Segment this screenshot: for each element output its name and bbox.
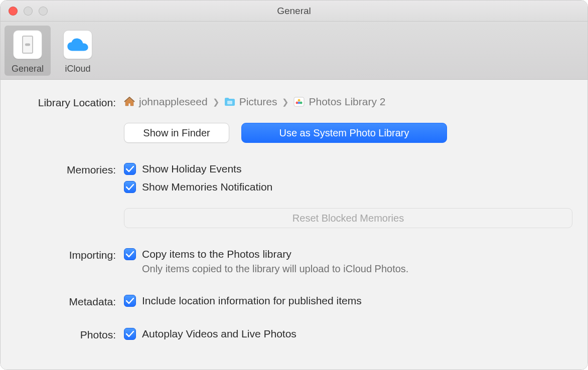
breadcrumb-library[interactable]: Photos Library 2: [293, 96, 385, 108]
tab-icloud[interactable]: iCloud: [55, 26, 101, 76]
svg-point-5: [298, 102, 301, 104]
show-holiday-events-label: Show Holiday Events: [142, 163, 241, 175]
show-in-finder-button[interactable]: Show in Finder: [124, 123, 229, 143]
checkbox-checked-icon[interactable]: [124, 248, 136, 260]
toolbar: General iCloud: [1, 22, 587, 80]
importing-label: Importing:: [16, 248, 124, 261]
library-breadcrumb: johnappleseed ❯ Pictures ❯ Pho: [124, 96, 572, 108]
tab-general-label: General: [12, 64, 44, 74]
show-memories-notification-option[interactable]: Show Memories Notification: [124, 181, 572, 193]
icloud-icon: [63, 30, 92, 59]
svg-point-2: [298, 99, 301, 102]
autoplay-option[interactable]: Autoplay Videos and Live Photos: [124, 328, 572, 340]
window-title: General: [277, 6, 311, 17]
copy-items-label: Copy items to the Photos library: [142, 248, 291, 260]
checkbox-checked-icon[interactable]: [124, 328, 136, 340]
library-location-row: Library Location: johnappleseed ❯ P: [16, 96, 572, 143]
memories-label: Memories:: [16, 163, 124, 176]
include-location-label: Include location information for publish…: [142, 295, 362, 307]
close-button[interactable]: [9, 7, 18, 16]
metadata-row: Metadata: Include location information f…: [16, 295, 572, 308]
copy-items-option[interactable]: Copy items to the Photos library: [124, 248, 572, 260]
titlebar: General: [1, 1, 587, 22]
use-system-library-button[interactable]: Use as System Photo Library: [241, 123, 447, 143]
importing-row: Importing: Copy items to the Photos libr…: [16, 248, 572, 275]
preferences-window: General General iCloud: [0, 0, 588, 370]
library-location-label: Library Location:: [16, 96, 124, 109]
metadata-label: Metadata:: [16, 295, 124, 308]
reset-blocked-memories-button: Reset Blocked Memories: [124, 208, 572, 228]
show-memories-notification-label: Show Memories Notification: [142, 181, 272, 193]
window-controls: [9, 7, 48, 16]
checkbox-checked-icon[interactable]: [124, 181, 136, 193]
checkbox-checked-icon[interactable]: [124, 163, 136, 175]
content-area: Library Location: johnappleseed ❯ P: [1, 80, 587, 369]
include-location-option[interactable]: Include location information for publish…: [124, 295, 572, 307]
general-icon: [13, 30, 42, 59]
tab-icloud-label: iCloud: [65, 64, 90, 74]
home-icon: [124, 97, 135, 107]
svg-rect-0: [227, 101, 232, 104]
zoom-button[interactable]: [39, 7, 48, 16]
memories-row: Memories: Show Holiday Events Show Memor…: [16, 163, 572, 228]
importing-subtext: Only items copied to the library will up…: [124, 263, 572, 275]
tab-general[interactable]: General: [5, 26, 51, 76]
show-holiday-events-option[interactable]: Show Holiday Events: [124, 163, 572, 175]
photos-row: Photos: Autoplay Videos and Live Photos: [16, 328, 572, 341]
photos-label: Photos:: [16, 328, 124, 341]
checkbox-checked-icon[interactable]: [124, 295, 136, 307]
folder-pictures-icon: [224, 97, 235, 107]
photos-library-icon: [293, 97, 305, 107]
breadcrumb-home-text: johnappleseed: [139, 96, 208, 108]
autoplay-label: Autoplay Videos and Live Photos: [142, 328, 297, 340]
minimize-button[interactable]: [24, 7, 33, 16]
breadcrumb-pictures-text: Pictures: [239, 96, 277, 108]
breadcrumb-pictures[interactable]: Pictures: [224, 96, 277, 108]
chevron-right-icon: ❯: [213, 97, 219, 107]
breadcrumb-home[interactable]: johnappleseed: [124, 96, 208, 108]
breadcrumb-library-text: Photos Library 2: [309, 96, 385, 108]
chevron-right-icon: ❯: [282, 97, 288, 107]
